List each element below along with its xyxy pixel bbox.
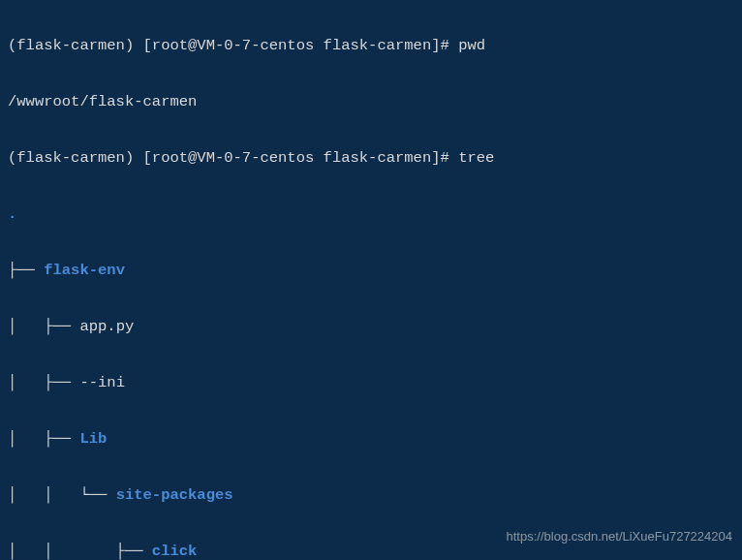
tree-row: │ ├── Lib	[8, 425, 734, 453]
tree-row: │ ├── app.py	[8, 313, 734, 341]
command-tree: tree	[458, 149, 494, 167]
dir-flask-env: flask-env	[44, 262, 125, 279]
venv-prefix: (flask-carmen)	[8, 149, 134, 167]
tree-row: │ │ └── site-packages	[8, 482, 734, 510]
dir-click: click	[152, 543, 198, 560]
command-pwd: pwd	[458, 37, 485, 54]
file-ini: --ini	[79, 374, 125, 391]
tree-row: ├── flask-env	[8, 257, 734, 285]
dir-site-packages: site-packages	[116, 486, 233, 504]
tree-root-dot: .	[8, 201, 734, 229]
terminal[interactable]: (flask-carmen) [root@VM-0-7-centos flask…	[0, 0, 742, 560]
user-host-path: [root@VM-0-7-centos flask-carmen]#	[143, 149, 449, 167]
dir-lib: Lib	[79, 430, 107, 448]
watermark-text: https://blog.csdn.net/LiXueFu727224204	[507, 522, 732, 550]
prompt-line-1: (flask-carmen) [root@VM-0-7-centos flask…	[8, 32, 734, 60]
file-app-py: app.py	[79, 318, 134, 335]
venv-prefix: (flask-carmen)	[8, 37, 134, 54]
tree-row: │ ├── --ini	[8, 369, 734, 397]
user-host-path: [root@VM-0-7-centos flask-carmen]#	[143, 37, 449, 54]
prompt-line-2: (flask-carmen) [root@VM-0-7-centos flask…	[8, 144, 734, 172]
pwd-output: /wwwroot/flask-carmen	[8, 88, 734, 116]
